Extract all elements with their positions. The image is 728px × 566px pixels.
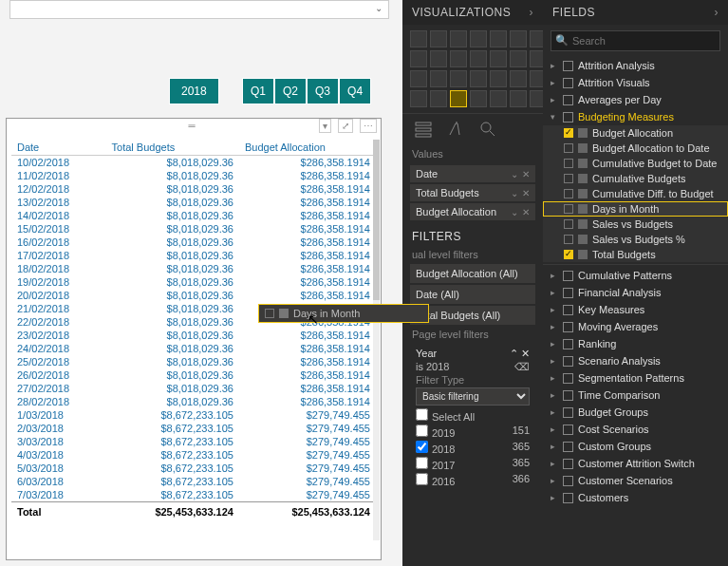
viz-type-icon[interactable] xyxy=(430,70,447,87)
table-visual[interactable]: ═ ▾ ⤢ ⋯ DateTotal BudgetsBudget Allocati… xyxy=(6,118,382,560)
scrollbar[interactable] xyxy=(373,140,380,540)
year-button[interactable]: 2018 xyxy=(169,78,219,104)
visual-filter-item[interactable]: Date (All) xyxy=(410,285,535,304)
viz-type-icon[interactable] xyxy=(510,70,527,87)
viz-type-icon[interactable] xyxy=(510,50,527,67)
eraser-icon[interactable]: ⌫ xyxy=(514,361,530,373)
table-group[interactable]: ▸Budget Groups xyxy=(543,404,728,421)
table-group[interactable]: ▸Custom Groups xyxy=(543,438,728,455)
report-canvas[interactable]: ⌄ 2018 Q1Q2Q3Q4 ═ ▾ ⤢ ⋯ DateTotal Budget… xyxy=(0,0,402,566)
filter-icon[interactable]: ▾ xyxy=(319,119,331,133)
year-filter-card[interactable]: Year ⌃ ✕ is 2018⌫ Filter Type Basic filt… xyxy=(410,344,535,492)
close-icon[interactable]: ✕ xyxy=(521,348,530,359)
quarter-slicer[interactable]: Q1Q2Q3Q4 xyxy=(242,78,371,104)
table-group[interactable]: ▸Customers xyxy=(543,489,728,506)
year-slicer[interactable]: 2018 xyxy=(169,78,219,104)
table-group[interactable]: ▸Attrition Analysis xyxy=(543,57,728,74)
viz-type-icon[interactable] xyxy=(410,30,427,47)
table-group[interactable]: ▸Time Comparison xyxy=(543,387,728,404)
fields-pane-header[interactable]: FIELDS › xyxy=(543,0,728,25)
quarter-button[interactable]: Q2 xyxy=(274,78,307,104)
fields-search[interactable]: 🔍 xyxy=(551,30,720,51)
field-item[interactable]: Cumulative Diff. to Budget xyxy=(543,186,728,201)
field-item[interactable]: Sales vs Budgets xyxy=(543,217,728,232)
top-dropdown-slicer[interactable]: ⌄ xyxy=(9,0,389,19)
quarter-button[interactable]: Q1 xyxy=(242,78,274,104)
table-group[interactable]: ▸Attrition Visuals xyxy=(543,74,728,91)
chevron-down-icon[interactable]: ⌄ xyxy=(511,207,518,217)
viz-type-icon[interactable] xyxy=(490,50,507,67)
table-group[interactable]: ▸Customer Attrition Switch xyxy=(543,455,728,472)
field-checkbox[interactable] xyxy=(564,204,573,214)
select-all-checkbox[interactable] xyxy=(416,408,428,421)
viz-type-icon[interactable] xyxy=(510,30,527,47)
fields-tool-icon[interactable] xyxy=(414,120,433,139)
quarter-button[interactable]: Q3 xyxy=(307,78,339,104)
viz-type-icon[interactable] xyxy=(470,90,487,107)
field-item[interactable]: Cumulative Budget to Date xyxy=(543,156,728,171)
viz-type-icon[interactable] xyxy=(510,90,527,107)
table-group[interactable]: ▸Cumulative Patterns xyxy=(543,267,728,284)
viz-type-icon[interactable] xyxy=(470,30,487,47)
close-icon[interactable]: ✕ xyxy=(522,169,530,179)
filter-value-checkbox[interactable] xyxy=(416,473,428,485)
field-item[interactable]: Budget Allocation xyxy=(543,125,728,141)
viz-type-icon[interactable] xyxy=(430,50,447,67)
field-checkbox[interactable] xyxy=(564,189,573,198)
chevron-down-icon[interactable]: ⌄ xyxy=(511,169,518,179)
filter-value-row[interactable]: 2017365 xyxy=(416,456,530,472)
viz-type-icon[interactable] xyxy=(450,70,467,87)
quarter-button[interactable]: Q4 xyxy=(339,78,371,104)
table-group[interactable]: ▸Scenario Analysis xyxy=(543,352,728,369)
filter-value-row[interactable]: 2019151 xyxy=(416,424,530,440)
table-group[interactable]: ▸Customer Scenarios xyxy=(543,472,728,489)
viz-type-icon[interactable] xyxy=(490,90,507,107)
viz-type-icon[interactable] xyxy=(410,90,427,107)
viz-type-icon[interactable] xyxy=(410,50,427,67)
visual-header-icons[interactable]: ▾ ⤢ ⋯ xyxy=(315,121,377,131)
field-well[interactable]: Date⌄✕ xyxy=(410,165,535,182)
field-checkbox[interactable] xyxy=(564,128,573,138)
visual-filter-item[interactable]: Budget Allocation (All) xyxy=(410,264,535,283)
field-checkbox[interactable] xyxy=(564,219,573,229)
viz-type-icon[interactable] xyxy=(410,70,427,87)
viz-type-icon[interactable] xyxy=(450,30,467,47)
table-group[interactable]: ▸Key Measures xyxy=(543,301,728,318)
close-icon[interactable]: ✕ xyxy=(522,188,530,198)
table-group[interactable]: ▸Ranking xyxy=(543,335,728,352)
filter-type-select[interactable]: Basic filtering xyxy=(416,387,530,406)
viz-type-icon[interactable] xyxy=(450,50,467,67)
column-header[interactable]: Budget Allocation xyxy=(239,140,376,156)
table-group[interactable]: ▸Financial Analysis xyxy=(543,284,728,301)
viz-type-icon[interactable] xyxy=(470,50,487,67)
viz-type-icon[interactable] xyxy=(450,90,467,107)
field-checkbox[interactable] xyxy=(564,235,573,244)
field-item[interactable]: Cumulative Budgets xyxy=(543,171,728,186)
grip-icon[interactable]: ═ xyxy=(188,121,198,131)
close-icon[interactable]: ✕ xyxy=(522,207,530,217)
field-checkbox[interactable] xyxy=(564,174,573,183)
viz-type-icon[interactable] xyxy=(470,70,487,87)
viz-type-icon[interactable] xyxy=(490,30,507,47)
field-item[interactable]: Total Budgets xyxy=(543,247,728,262)
table-group[interactable]: ▸Averages per Day xyxy=(543,91,728,108)
column-header[interactable]: Total Budgets xyxy=(106,140,239,156)
field-checkbox[interactable] xyxy=(564,159,573,168)
chevron-right-icon[interactable]: › xyxy=(530,6,534,19)
filter-value-checkbox[interactable] xyxy=(416,424,428,437)
search-input[interactable] xyxy=(551,30,720,51)
table-group[interactable]: ▸Cost Scenarios xyxy=(543,421,728,438)
filter-value-checkbox[interactable] xyxy=(416,457,428,469)
field-well[interactable]: Total Budgets⌄✕ xyxy=(410,184,535,201)
collapse-icon[interactable]: ⌃ xyxy=(510,348,518,359)
format-tool-icon[interactable] xyxy=(446,120,465,139)
viz-type-icon[interactable] xyxy=(490,70,507,87)
column-header[interactable]: Date xyxy=(11,140,106,156)
filter-value-row[interactable]: 2018365 xyxy=(416,440,530,456)
field-item[interactable]: Days in Month xyxy=(543,201,728,217)
more-icon[interactable]: ⋯ xyxy=(360,119,377,133)
field-item[interactable]: Budget Allocation to Date xyxy=(543,141,728,156)
filter-value-row[interactable]: 2016366 xyxy=(416,472,530,488)
table-group[interactable]: ▸Segmentation Patterns xyxy=(543,369,728,387)
table-group[interactable]: ▸Moving Averages xyxy=(543,318,728,335)
